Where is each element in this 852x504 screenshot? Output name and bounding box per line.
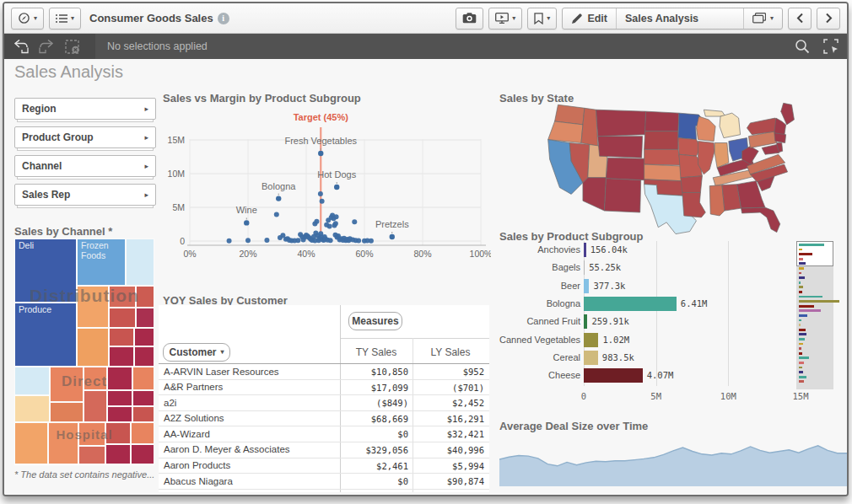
bar-cereal[interactable] [584,351,598,365]
scatter-point[interactable] [327,223,332,228]
sales-vs-margin-scatter[interactable]: 0%20%40%60%80%100%05M10M15MTarget (45%)W… [157,105,491,264]
state-ne[interactable] [644,149,681,165]
bar-chart-scroll-preview[interactable] [796,241,844,391]
treemap-cell[interactable] [84,367,107,390]
snapshot-button[interactable] [456,8,483,29]
filter-product-group[interactable]: Product Group▸ [14,126,156,148]
filter-sales-rep[interactable]: Sales Rep▸ [14,184,156,206]
next-sheet-button[interactable] [817,8,840,29]
state-wy[interactable] [598,137,643,158]
table-row[interactable]: Abacus Niagara$0$90,874 [159,474,489,490]
bar-row[interactable]: Cheese4.07M [499,367,847,384]
column-header-ly-sales[interactable]: LY Sales [417,346,484,358]
bookmark-button[interactable]: ▾ [527,8,557,29]
table-row[interactable]: Aaron D. Meyer & Associates$329,056$40,9… [159,442,489,458]
scatter-point[interactable] [352,219,357,224]
state-miup[interactable] [704,110,725,116]
treemap-cell[interactable] [134,328,154,346]
info-icon[interactable]: i [218,13,229,24]
scatter-point[interactable] [245,238,251,243]
sales-by-subgroup-bar-chart[interactable]: 05M10M15MAnchovies156.04kBagels55.25kBee… [499,241,847,410]
state-fl[interactable] [741,207,780,232]
state-ks[interactable] [644,164,682,181]
treemap-cell[interactable]: Produce [14,303,77,367]
treemap-cell[interactable] [136,286,154,308]
scatter-point[interactable] [314,219,319,224]
treemap-cell[interactable] [132,406,154,422]
state-sd[interactable] [644,131,678,150]
bar-row[interactable]: Anchovies156.04k [499,241,847,259]
scatter-point[interactable] [328,238,333,243]
selections-tool-icon[interactable] [823,39,839,54]
state-mt[interactable] [596,110,646,136]
bar-anchovies[interactable] [584,243,586,257]
treemap-cell[interactable] [131,444,154,464]
bar-row[interactable]: Cereal983.5k [499,349,847,367]
undo-selection-icon[interactable] [13,40,29,54]
treemap-cell[interactable] [14,422,48,464]
treemap-cell[interactable] [78,422,105,446]
treemap-cell[interactable]: Frozen Foods [77,239,126,286]
treemap-cell[interactable] [109,308,136,328]
bar-canned-vegetables[interactable] [584,333,598,347]
avg-deal-size-area-chart[interactable] [499,431,847,486]
bar-canned-fruit[interactable] [584,314,587,329]
treemap-cell[interactable] [132,390,154,406]
treemap-cell[interactable] [132,367,154,390]
customer-cell[interactable]: A2Z Solutions [164,413,224,423]
bar-bagels[interactable] [584,260,585,275]
table-row-clipped[interactable] [159,490,489,492]
state-or[interactable] [548,121,583,143]
state-ar[interactable] [681,176,703,193]
bar-bologna[interactable] [584,297,677,311]
treemap-cell[interactable] [105,444,131,464]
state-mdde[interactable] [762,144,779,154]
treemap-cell[interactable] [84,390,107,422]
state-id[interactable] [581,108,598,146]
treemap-cell[interactable] [107,367,132,390]
treemap-cell[interactable] [50,402,84,422]
state-nd[interactable] [645,111,679,131]
treemap-cell[interactable] [14,395,50,422]
scatter-point[interactable] [264,238,269,243]
treemap-cell[interactable] [78,446,105,464]
customer-column-button[interactable]: Customer ▾ [163,343,230,362]
treemap-cell[interactable] [77,286,109,328]
table-row[interactable]: Aaron Products$2,461$5,994 [159,458,489,475]
bar-row[interactable]: Bagels55.25k [499,259,847,276]
previous-sheet-button[interactable] [788,8,812,29]
scatter-point[interactable] [369,239,374,244]
state-ia[interactable] [678,138,701,157]
treemap-cell[interactable] [107,390,132,406]
scatter-point-labeled[interactable] [390,234,395,239]
state-me[interactable] [781,103,795,125]
scatter-point[interactable] [318,191,323,196]
bar-row[interactable]: Canned Vegetables1.02M [499,331,847,349]
state-mi[interactable] [720,113,741,137]
treemap-cell[interactable] [131,422,154,444]
table-row[interactable]: A2Z Solutions$68,669$16,291 [159,411,489,427]
table-row[interactable]: A&R Partners$17,099($701) [159,380,489,396]
table-row[interactable]: a2i($849)$2,452 [159,395,489,411]
state-nm[interactable] [604,179,640,212]
treemap-cell[interactable] [50,367,84,402]
scatter-point-labeled[interactable] [244,220,249,225]
edit-button[interactable]: Edit [563,8,616,29]
scatter-point-labeled[interactable] [318,151,323,156]
scatter-point[interactable] [333,221,338,226]
scatter-point[interactable] [227,239,232,244]
bar-row[interactable]: Canned Fruit259.91k [499,313,847,330]
scatter-point-labeled[interactable] [334,185,339,190]
treemap-cell[interactable] [48,422,78,464]
customer-cell[interactable]: AA-Wizard [164,429,210,439]
scatter-point[interactable] [334,214,339,219]
sheet-list-button[interactable]: ▾ [743,8,782,29]
filter-region[interactable]: Region▸ [14,98,156,120]
treemap-cell[interactable] [134,346,154,367]
customer-cell[interactable]: Aaron D. Meyer & Associates [164,444,290,454]
measures-column-button[interactable]: Measures [348,312,402,330]
sales-by-channel-treemap[interactable]: DeliProduceFrozen FoodsDistributionDirec… [14,239,154,465]
treemap-cell[interactable] [107,406,132,422]
sales-by-state-map[interactable] [533,99,815,234]
state-mact[interactable] [774,133,786,143]
